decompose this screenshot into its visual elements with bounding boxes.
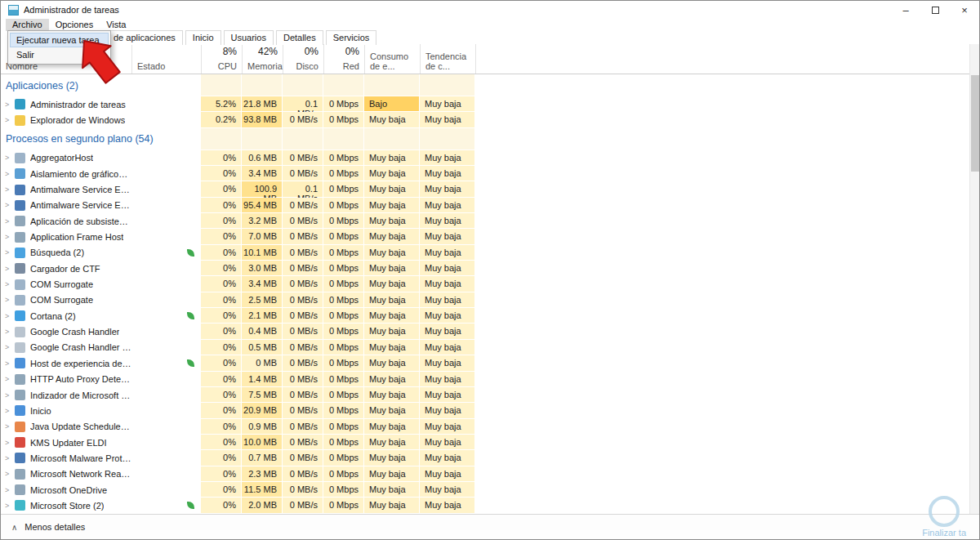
expand-chevron-icon[interactable]: > [1,154,11,162]
process-row[interactable]: >Búsqueda (2)0%10.1 MB0 MB/s0 MbpsMuy ba… [1,245,971,261]
tab-inicio[interactable]: Inicio [185,30,221,45]
status-cell [131,292,201,308]
column-header-estado[interactable]: Estado [131,44,201,74]
expand-chevron-icon[interactable]: > [1,439,11,447]
process-row[interactable]: >Aplicación de subsistema de cola0%3.2 M… [1,213,971,229]
process-icon [15,358,25,368]
trend-cell: Muy baja [420,181,475,197]
disk-cell: 0.1 MB/s [283,181,323,197]
column-header-memoria[interactable]: 42% Memoria [242,44,283,74]
name-cell: >Google Crash Handler [1,324,131,339]
process-row[interactable]: >AggregatorHost0%0.6 MB0 MB/s0 MbpsMuy b… [1,150,971,166]
scrollbar-thumb[interactable] [971,75,979,172]
expand-chevron-icon[interactable]: > [1,116,11,124]
expand-chevron-icon[interactable]: > [1,170,11,178]
process-row[interactable]: >Google Crash Handler (32 bits)0%0.5 MB0… [1,340,971,355]
tab-strip: de aplicacionesInicioUsuariosDetallesSer… [107,31,379,45]
expand-chevron-icon[interactable]: > [1,185,11,194]
process-row[interactable]: >Host de experiencia del shell de ...0%0… [1,355,971,371]
process-row[interactable]: >Explorador de Windows0.2%93.8 MB0 MB/s0… [1,112,971,127]
vertical-scrollbar[interactable] [969,44,979,515]
power-cell: Muy baja [364,340,420,355]
process-row[interactable]: >KMS Updater ELDI0%10.0 MB0 MB/s0 MbpsMu… [1,435,971,450]
tab-usuarios[interactable]: Usuarios [224,30,274,45]
process-row[interactable]: >Application Frame Host0%7.0 MB0 MB/s0 M… [1,229,971,244]
menu-item-vista[interactable]: Vista [100,19,132,31]
expand-chevron-icon[interactable]: > [1,391,11,399]
cpu-cell: 0% [201,292,242,308]
memory-cell: 0.5 MB [242,340,283,355]
disk-cell: 0 MB/s [283,387,323,403]
expand-chevron-icon[interactable]: > [1,265,11,273]
name-cell: >Inicio [1,403,131,418]
process-row[interactable]: >Indizador de Microsoft Window...0%7.5 M… [1,387,971,403]
expand-chevron-icon[interactable]: > [1,375,11,383]
status-cell [131,198,201,213]
process-row[interactable]: >HTTP Auto Proxy Detection Wor...0%1.4 M… [1,372,971,387]
column-header-disco[interactable]: 0% Disco [283,44,323,74]
cpu-cell: 0% [201,372,242,387]
column-header-consumo[interactable]: Consumo de e... [364,44,420,74]
expand-chevron-icon[interactable]: > [1,454,11,462]
tab-detalles[interactable]: Detalles [276,30,323,45]
process-row[interactable]: >Google Crash Handler0%0.4 MB0 MB/s0 Mbp… [1,324,971,339]
process-row[interactable]: >Antimalware Service Executable...0%95.4… [1,198,971,213]
process-row[interactable]: >Antimalware Service Executable0%100.9 M… [1,181,971,197]
power-cell: Muy baja [364,308,420,324]
fewer-details-toggle[interactable]: Menos detalles [24,522,85,532]
process-row[interactable]: >Microsoft Store (2)0%2.0 MB0 MB/s0 Mbps… [1,498,971,513]
expand-chevron-icon[interactable]: > [1,296,11,304]
process-row[interactable]: >Microsoft Malware Protection C...0%0.7 … [1,450,971,466]
process-row[interactable]: >Microsoft OneDrive0%11.5 MB0 MB/s0 Mbps… [1,482,971,498]
power-cell: Muy baja [364,150,420,166]
expand-chevron-icon[interactable]: > [1,502,11,510]
column-header-red[interactable]: 0% Red [323,44,364,74]
column-header-cpu[interactable]: 8% CPU [201,44,242,74]
expand-chevron-icon[interactable]: > [1,201,11,209]
expand-chevron-icon[interactable]: > [1,217,11,225]
expand-chevron-icon[interactable]: > [1,328,11,336]
file-menu-item-salir[interactable]: Salir [10,47,109,62]
close-button[interactable]: × [950,1,979,19]
expand-chevron-icon[interactable]: > [1,312,11,320]
expand-chevron-icon[interactable]: > [1,470,11,478]
expand-chevron-icon[interactable]: > [1,248,11,257]
menu-item-archivo[interactable]: Archivo [6,19,49,31]
process-row[interactable]: >Cortana (2)0%2.1 MB0 MB/s0 MbpsMuy baja… [1,308,971,324]
process-name: Inicio [30,406,51,416]
tab-servicios[interactable]: Servicios [326,30,377,45]
section-header-row[interactable]: Aplicaciones (2) [1,74,971,96]
network-cell: 0 Mbps [323,498,364,513]
process-row[interactable]: >COM Surrogate0%2.5 MB0 MB/s0 MbpsMuy ba… [1,292,971,308]
process-row[interactable]: >Cargador de CTF0%3.0 MB0 MB/s0 MbpsMuy … [1,261,971,276]
minimize-button[interactable]: – [891,1,920,19]
process-row[interactable]: >Inicio0%20.9 MB0 MB/s0 MbpsMuy bajaMuy … [1,403,971,418]
section-title: Procesos en segundo plano (54) [1,128,201,150]
expand-chevron-icon[interactable]: > [1,280,11,288]
expand-chevron-icon[interactable]: > [1,100,11,109]
process-row[interactable]: >COM Surrogate0%3.4 MB0 MB/s0 MbpsMuy ba… [1,276,971,292]
cpu-cell: 0% [201,245,242,261]
process-row[interactable]: >Aislamiento de gráficos de disp...0%3.4… [1,166,971,181]
expand-chevron-icon[interactable]: > [1,233,11,241]
name-cell: >COM Surrogate [1,292,131,308]
network-cell: 0 Mbps [323,324,364,339]
memory-cell: 7.5 MB [242,387,283,403]
expand-chevron-icon[interactable]: > [1,486,11,494]
process-row[interactable]: >Java Update Scheduler (32 bits)0%0.9 MB… [1,419,971,435]
tab-de-aplicaciones[interactable]: de aplicaciones [107,30,183,45]
expand-chevron-icon[interactable]: > [1,343,11,351]
process-row[interactable]: >Administrador de tareas5.2%21.8 MB0.1 M… [1,96,971,112]
column-header-tendencia[interactable]: Tendencia de c... [420,44,475,74]
expand-chevron-icon[interactable]: > [1,407,11,415]
expand-chevron-icon[interactable]: > [1,359,11,368]
process-row[interactable]: >Microsoft Network Realtime Ins...0%2.3 … [1,466,971,482]
process-name: COM Surrogate [30,295,93,305]
section-header-row[interactable]: Procesos en segundo plano (54) [1,128,971,150]
disk-cell: 0 MB/s [283,292,323,308]
disk-cell: 0 MB/s [283,276,323,292]
maximize-button[interactable] [920,1,950,19]
file-menu-item-ejecutar-nueva-tarea[interactable]: Ejecutar nueva tarea [10,33,109,47]
expand-chevron-icon[interactable]: > [1,422,11,431]
menu-item-opciones[interactable]: Opciones [49,19,100,31]
